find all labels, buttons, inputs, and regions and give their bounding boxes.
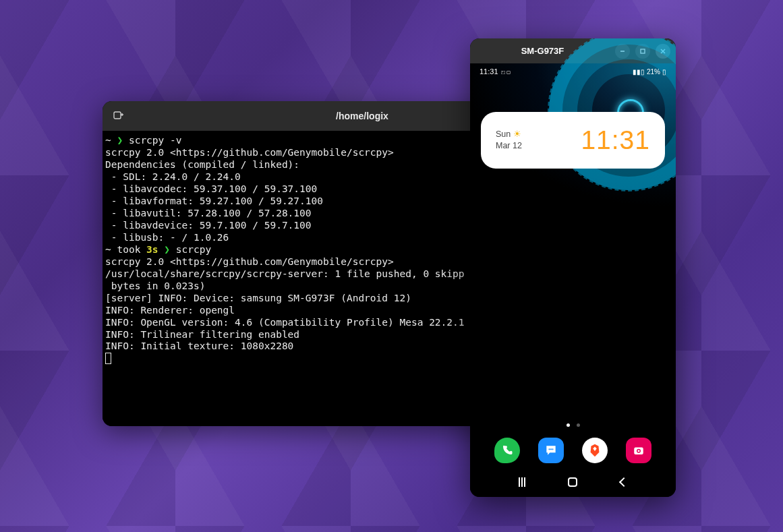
maximize-button[interactable] <box>635 44 650 59</box>
clock-time: 11:31 <box>581 125 650 155</box>
phone-window-title: SM-G973F <box>470 46 615 56</box>
signal-icon: ▮▮▯ <box>633 68 645 76</box>
messages-app-icon[interactable] <box>538 438 564 463</box>
svg-point-11 <box>552 448 553 450</box>
clock-widget[interactable]: Sun☀ Mar 12 11:31 <box>481 112 665 169</box>
svg-point-14 <box>638 450 640 452</box>
page-dot <box>577 423 580 427</box>
navigation-bar <box>470 470 676 497</box>
dock <box>470 428 676 470</box>
close-button[interactable] <box>656 44 670 59</box>
svg-rect-0 <box>114 112 121 119</box>
svg-point-10 <box>550 448 552 450</box>
new-tab-button[interactable] <box>109 107 128 125</box>
page-dot-active <box>567 423 570 427</box>
page-indicator <box>470 419 676 428</box>
phone-titlebar: SM-G973F <box>470 38 676 63</box>
nav-back-button[interactable] <box>620 479 627 485</box>
clock-date-text: Mar 12 <box>496 141 522 150</box>
window-controls <box>615 44 670 59</box>
phone-window: SM-G973F 11:31 ⏍ ▢ ▮▮▯ 21% ▯ Sun☀ Mar 12 <box>470 38 676 497</box>
status-left-icons: ⏍ ▢ <box>501 68 511 76</box>
battery-text: 21% <box>647 68 660 76</box>
status-bar: 11:31 ⏍ ▢ ▮▮▯ 21% ▯ <box>470 63 676 80</box>
minimize-button[interactable] <box>615 44 630 59</box>
brave-app-icon[interactable] <box>582 438 608 463</box>
svg-point-9 <box>548 448 550 450</box>
phone-app-icon[interactable] <box>494 438 520 463</box>
battery-icon: ▯ <box>662 68 666 76</box>
sun-icon: ☀ <box>513 129 521 139</box>
nav-recent-button[interactable] <box>519 477 525 487</box>
svg-rect-6 <box>641 49 645 53</box>
status-time: 11:31 <box>480 67 498 76</box>
nav-home-button[interactable] <box>568 477 577 487</box>
phone-screen[interactable]: 11:31 ⏍ ▢ ▮▮▯ 21% ▯ Sun☀ Mar 12 11:31 <box>470 63 676 497</box>
camera-app-icon[interactable] <box>626 438 651 463</box>
home-spacer <box>470 169 676 419</box>
clock-day: Sun <box>496 129 511 139</box>
clock-date: Sun☀ Mar 12 <box>496 129 522 152</box>
